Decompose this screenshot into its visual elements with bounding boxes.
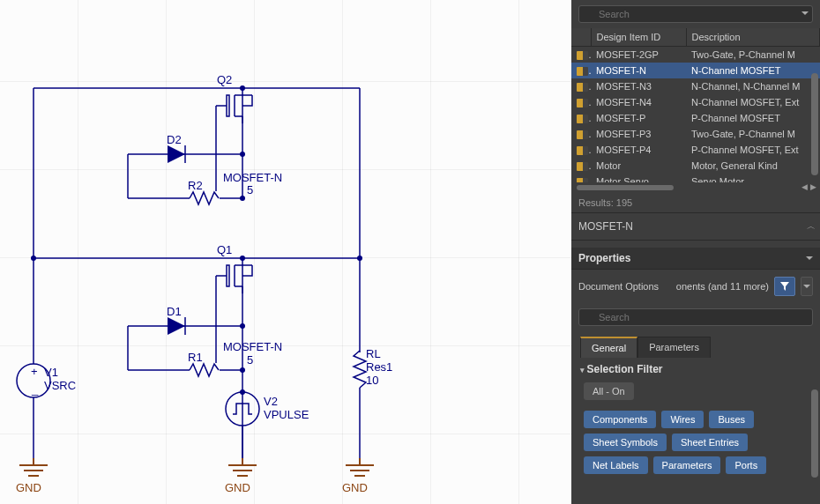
label-r1[interactable]: R1 [188,351,203,364]
label-v1[interactable]: V1 [44,366,58,379]
gnd-v2 [228,458,257,476]
row-desc: N-Channel, N-Channel M [686,78,820,94]
caret-down-icon [806,256,813,260]
row-id: MOSFET-P4 [591,142,686,158]
svg-text:5[interactable]: 5 [247,353,253,367]
label-q1-type[interactable]: MOSFET-N [223,340,282,353]
doc-options-label[interactable]: Document Options [578,281,659,292]
component-r2[interactable] [190,191,220,205]
svg-text:GND: GND [225,481,250,494]
svg-text:+: + [31,365,38,378]
label-q1-designator[interactable]: Q1 [217,243,232,256]
component-icon [577,51,588,60]
label-rl[interactable]: RL [366,347,381,360]
component-d1[interactable] [168,317,185,335]
pill-ports[interactable]: Ports [726,456,766,474]
svg-text:GND: GND [342,481,368,494]
library-row[interactable]: MotorMotor, General Kind [571,158,820,174]
filter-caret-button[interactable] [801,277,813,296]
tab-parameters[interactable]: Parameters [637,337,711,358]
library-row[interactable]: Motor ServoServo Motor [571,174,820,182]
label-r2[interactable]: R2 [188,179,203,192]
pill-net-labels[interactable]: Net Labels [584,456,648,474]
svg-marker-39 [168,145,185,163]
library-row[interactable]: MOSFET-N4N-Channel MOSFET, Ext [571,94,820,110]
library-table: Design Item ID Description MOSFET-2GPTwo… [571,28,820,213]
pill-wires[interactable]: Wires [661,411,704,428]
row-desc: Motor, General Kind [686,158,820,174]
component-icon [577,67,588,76]
svg-text:GND: GND [16,481,41,494]
row-id: MOSFET-N [591,63,686,78]
svg-text:Res1[interactable]: Res1 [366,360,392,374]
schematic-canvas[interactable]: + _ [0,0,571,504]
properties-header[interactable]: Properties [571,248,820,270]
pill-sheet-entries[interactable]: Sheet Entries [672,434,748,451]
component-rl[interactable] [353,351,367,388]
label-q2-type[interactable]: MOSFET-N [223,171,282,184]
library-row[interactable]: MOSFET-N3N-Channel, N-Channel M [571,78,820,94]
pill-components[interactable]: Components [584,411,656,428]
label-r2v[interactable]: 5 [247,183,253,196]
row-desc: Two-Gate, P-Channel M [686,47,820,63]
library-row[interactable]: MOSFET-P4P-Channel MOSFET, Ext [571,142,820,158]
library-row[interactable]: MOSFET-NN-Channel MOSFET [571,63,820,78]
svg-text:10[interactable]: 10 [366,374,378,387]
gnd-rl [346,458,374,476]
svg-point-15 [31,256,36,261]
component-icon [577,83,588,92]
tab-general[interactable]: General [580,337,637,358]
scroll-arrows[interactable]: ◀ ▶ [801,182,816,191]
component-d2[interactable] [168,145,185,163]
svg-point-13 [240,152,245,157]
results-count: Results: 195 [571,193,820,212]
row-id: Motor [591,158,686,174]
svg-rect-21 [227,95,229,116]
caret-down-icon[interactable] [801,11,809,15]
scrollbar-horizontal[interactable] [577,185,674,190]
col-design-item-id[interactable]: Design Item ID [591,28,686,47]
doc-options-more: onents (and 11 more) [676,281,769,292]
row-id: Motor Servo [591,174,686,182]
scrollbar-vertical[interactable] [811,73,818,175]
placed-component-name: MOSFET-N [578,220,633,233]
library-row[interactable]: MOSFET-2GPTwo-Gate, P-Channel M [571,47,820,63]
row-id: MOSFET-2GP [591,47,686,63]
svg-point-16 [240,256,245,261]
row-desc: P-Channel MOSFET, Ext [686,142,820,158]
label-d2[interactable]: D2 [167,133,182,146]
library-row[interactable]: MOSFET-P3Two-Gate, P-Channel M [571,126,820,142]
pill-all-on[interactable]: All - On [584,382,634,400]
svg-point-17 [357,256,362,261]
pill-sheet-symbols[interactable]: Sheet Symbols [584,434,667,451]
properties-search-input[interactable] [578,308,813,326]
pill-buses[interactable]: Buses [709,411,754,428]
section-selection-filter[interactable]: Selection Filter [571,358,820,381]
pill-parameters[interactable]: Parameters [653,456,721,474]
row-desc: Servo Motor [686,174,820,182]
component-icon [577,115,588,123]
svg-text:VSRC[interactable]: VSRC [44,379,76,392]
library-search-input[interactable] [578,5,813,23]
row-id: MOSFET-P3 [591,126,686,142]
component-icon [577,162,588,171]
component-icon [577,130,588,139]
svg-text:VPULSE[interactable]: VPULSE [264,408,309,421]
row-id: MOSFET-N3 [591,78,686,94]
sidebar: 🔍 Design Item ID Description MOSFET-2 [571,0,820,504]
filter-button[interactable] [774,277,795,296]
label-d1[interactable]: D1 [167,305,182,318]
svg-text:_: _ [31,382,39,396]
placed-component-row[interactable]: MOSFET-N ︿ [571,213,820,241]
component-icon [577,146,588,155]
component-r1[interactable] [190,363,220,377]
component-icon [577,99,588,107]
label-v2[interactable]: V2 [264,395,278,408]
svg-point-14 [240,196,245,201]
col-description[interactable]: Description [686,28,820,47]
chevron-up-icon: ︿ [807,220,813,233]
label-q2-designator[interactable]: Q2 [217,73,232,86]
properties-scrollbar[interactable] [811,389,818,478]
row-id: MOSFET-P [591,110,686,126]
library-row[interactable]: MOSFET-PP-Channel MOSFET [571,110,820,126]
